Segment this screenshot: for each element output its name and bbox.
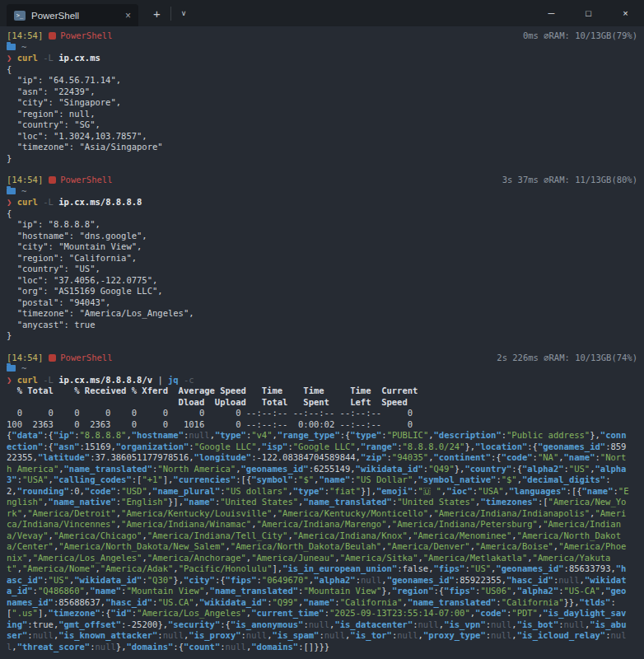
path-line: ~ [7, 42, 637, 54]
command-flag: -L [43, 375, 54, 385]
command-program-2: jq [168, 375, 179, 385]
path-line: ~ [7, 363, 637, 375]
current-path: ~ [21, 363, 26, 373]
path-line: ~ [7, 186, 637, 198]
prompt-icon: ❯ [7, 53, 12, 63]
block-stats: 0ms ⌀RAM: 10/13GB(79%) [523, 30, 637, 42]
output-line: "ip": "8.8.8.8", [7, 219, 637, 231]
command-program: curl [17, 375, 38, 385]
output-line: { [7, 208, 637, 220]
output-line: "org": "AS15169 Google LLC", [7, 286, 637, 297]
block-stats: 3s 37ms ⌀RAM: 11/13GB(80%) [502, 175, 637, 186]
output-line: "timezone": "Asia/Singapore" [7, 142, 637, 153]
maximize-button[interactable]: □ [570, 0, 607, 26]
command-line: ❯ curl -L ip.cx.ms [7, 53, 637, 64]
command-block-3: [14:54] PowerShell 2s 226ms ⌀RAM: 10/13G… [7, 353, 637, 653]
tab-title: PowerShell [31, 11, 119, 21]
output-line: } [7, 153, 637, 165]
folder-icon [7, 188, 16, 194]
output-line: } [7, 330, 637, 342]
output-line: "loc": "37.4056,-122.0775", [7, 275, 637, 287]
new-tab-button[interactable]: + [148, 4, 166, 23]
block-header: [14:54] PowerShell 2s 226ms ⌀RAM: 10/13G… [7, 353, 637, 364]
pipe-symbol: | [157, 375, 162, 385]
output-line: "country": "US", [7, 264, 637, 275]
output-line: "region": null, [7, 109, 637, 120]
timestamp: [14:54] [7, 30, 43, 42]
current-path: ~ [21, 42, 26, 52]
command-program: curl [17, 53, 38, 63]
tab-powershell[interactable]: >_ PowerShell × [7, 4, 138, 26]
shell-label: PowerShell [60, 175, 112, 186]
terminal[interactable]: [14:54] PowerShell 0ms ⌀RAM: 10/13GB(79%… [0, 26, 644, 652]
close-button[interactable]: × [607, 0, 644, 26]
prompt-icon: ❯ [7, 197, 12, 207]
output-line: "hostname": "dns.google", [7, 231, 637, 242]
powershell-icon: >_ [14, 11, 26, 21]
timestamp: [14:54] [7, 175, 43, 186]
shell-label: PowerShell [60, 30, 112, 42]
block-header: [14:54] PowerShell 3s 37ms ⌀RAM: 11/13GB… [7, 175, 637, 186]
folder-icon [7, 365, 16, 372]
tab-close-icon[interactable]: × [125, 11, 131, 21]
command-line: ❯ curl -L ip.cx.ms/8.8.8.8 [7, 197, 637, 208]
command-program: curl [17, 197, 38, 207]
output-line: "timezone": "America/Los_Angeles", [7, 308, 637, 320]
tab-dropdown-icon[interactable]: ∨ [170, 7, 194, 21]
folder-icon [7, 44, 16, 50]
prompt-icon: ❯ [7, 375, 12, 385]
output-line: { [7, 64, 637, 76]
block-stats: 2s 226ms ⌀RAM: 10/13GB(74%) [497, 353, 637, 364]
output-line: "anycast": true [7, 320, 637, 331]
shell-label: PowerShell [60, 353, 112, 364]
progress-line: 100 2363 0 2363 0 0 1016 0 --:--:-- 0:00… [7, 419, 637, 431]
output-line: "ip": "64.56.71.14", [7, 75, 637, 86]
minimize-button[interactable]: ─ [533, 0, 570, 26]
powershell-badge-icon [49, 354, 56, 362]
output-line: "city": "Singapore", [7, 97, 637, 109]
titlebar: >_ PowerShell × + ∨ ─ □ × [0, 0, 644, 26]
command-target: ip.cx.ms/8.8.8.8/v [58, 375, 152, 385]
command-target: ip.cx.ms [58, 53, 100, 63]
output-line: "country": "SG", [7, 119, 637, 131]
output-line: "postal": "94043", [7, 297, 637, 309]
progress-header-line: Dload Upload Total Spent Left Speed [7, 397, 637, 409]
timestamp: [14:54] [7, 353, 43, 364]
output-line: "loc": "1.3024,103.7857", [7, 131, 637, 143]
progress-header-line: % Total % Received % Xferd Average Speed… [7, 386, 637, 397]
output-line: "city": "Mountain View", [7, 241, 637, 253]
output-line: "asn": "22439", [7, 86, 637, 98]
command-block-1: [14:54] PowerShell 0ms ⌀RAM: 10/13GB(79%… [7, 30, 637, 164]
command-line: ❯ curl -L ip.cx.ms/8.8.8.8/v | jq -c [7, 375, 637, 386]
command-flag: -L [43, 53, 54, 63]
command-flag: -L [43, 197, 54, 207]
json-blob: {"data":{"ip":"8.8.8.8","hostname":null,… [7, 430, 632, 652]
command-flag-2: -c [184, 375, 194, 385]
powershell-badge-icon [49, 32, 56, 40]
command-target: ip.cx.ms/8.8.8.8 [58, 197, 142, 207]
current-path: ~ [21, 186, 26, 196]
progress-line: 0 0 0 0 0 0 0 0 --:--:-- --:--:-- --:--:… [7, 408, 637, 419]
command-block-2: [14:54] PowerShell 3s 37ms ⌀RAM: 11/13GB… [7, 175, 637, 342]
powershell-badge-icon [49, 176, 56, 184]
block-header: [14:54] PowerShell 0ms ⌀RAM: 10/13GB(79%… [7, 30, 637, 42]
window-controls: ─ □ × [533, 0, 644, 26]
output-line: "region": "California", [7, 253, 637, 264]
